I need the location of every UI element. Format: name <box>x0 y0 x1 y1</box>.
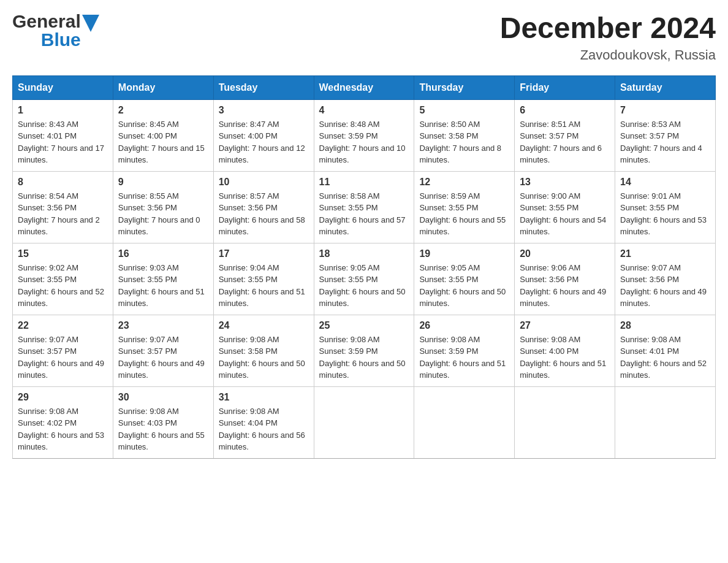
calendar-week-row: 29Sunrise: 9:08 AMSunset: 4:02 PMDayligh… <box>13 386 716 458</box>
day-info: Sunrise: 9:08 AMSunset: 3:58 PMDaylight:… <box>219 334 309 381</box>
day-number: 21 <box>620 248 710 259</box>
day-info: Sunrise: 8:53 AMSunset: 3:57 PMDaylight:… <box>620 118 710 166</box>
day-number: 17 <box>219 248 309 259</box>
day-number: 1 <box>18 105 108 116</box>
weekday-header-friday: Friday <box>515 75 615 99</box>
day-info: Sunrise: 9:02 AMSunset: 3:55 PMDaylight:… <box>18 262 108 310</box>
day-info: Sunrise: 9:00 AMSunset: 3:55 PMDaylight:… <box>520 190 610 238</box>
day-number: 25 <box>319 320 409 331</box>
calendar-cell: 28Sunrise: 9:08 AMSunset: 4:01 PMDayligh… <box>615 315 716 386</box>
day-number: 31 <box>219 392 309 403</box>
calendar-table: SundayMondayTuesdayWednesdayThursdayFrid… <box>12 75 716 459</box>
page-subtitle: Zavodoukovsk, Russia <box>500 47 716 63</box>
calendar-cell: 8Sunrise: 8:54 AMSunset: 3:56 PMDaylight… <box>13 171 113 243</box>
calendar-cell: 29Sunrise: 9:08 AMSunset: 4:02 PMDayligh… <box>13 386 113 458</box>
calendar-cell: 19Sunrise: 9:05 AMSunset: 3:55 PMDayligh… <box>414 243 515 315</box>
calendar-cell: 20Sunrise: 9:06 AMSunset: 3:56 PMDayligh… <box>515 243 615 315</box>
calendar-cell: 30Sunrise: 9:08 AMSunset: 4:03 PMDayligh… <box>113 386 213 458</box>
logo-blue: Blue <box>41 31 81 49</box>
day-info: Sunrise: 9:06 AMSunset: 3:56 PMDaylight:… <box>520 262 610 310</box>
day-number: 7 <box>620 105 710 116</box>
calendar-week-row: 8Sunrise: 8:54 AMSunset: 3:56 PMDaylight… <box>13 171 716 243</box>
day-number: 18 <box>319 248 409 259</box>
day-number: 8 <box>18 177 108 188</box>
calendar-week-row: 1Sunrise: 8:43 AMSunset: 4:01 PMDaylight… <box>13 99 716 171</box>
calendar-cell: 22Sunrise: 9:07 AMSunset: 3:57 PMDayligh… <box>13 315 113 386</box>
day-number: 20 <box>520 248 610 259</box>
calendar-cell <box>515 386 615 458</box>
calendar-header: SundayMondayTuesdayWednesdayThursdayFrid… <box>13 75 716 99</box>
day-number: 22 <box>18 320 108 331</box>
day-number: 5 <box>419 105 509 116</box>
day-info: Sunrise: 8:51 AMSunset: 3:57 PMDaylight:… <box>520 118 610 166</box>
calendar-cell: 2Sunrise: 8:45 AMSunset: 4:00 PMDaylight… <box>113 99 213 171</box>
day-number: 12 <box>419 177 509 188</box>
calendar-week-row: 15Sunrise: 9:02 AMSunset: 3:55 PMDayligh… <box>13 243 716 315</box>
day-info: Sunrise: 9:08 AMSunset: 4:02 PMDaylight:… <box>18 405 108 453</box>
calendar-cell: 7Sunrise: 8:53 AMSunset: 3:57 PMDaylight… <box>615 99 716 171</box>
page-header: General Blue December 2024 Zavodoukovsk,… <box>12 12 716 63</box>
day-info: Sunrise: 9:08 AMSunset: 4:04 PMDaylight:… <box>219 405 309 453</box>
day-number: 9 <box>118 177 208 188</box>
day-number: 19 <box>419 248 509 259</box>
calendar-cell <box>314 386 414 458</box>
day-number: 29 <box>18 392 108 403</box>
calendar-cell: 11Sunrise: 8:58 AMSunset: 3:55 PMDayligh… <box>314 171 414 243</box>
day-info: Sunrise: 9:08 AMSunset: 3:59 PMDaylight:… <box>419 334 509 381</box>
day-number: 10 <box>219 177 309 188</box>
calendar-cell: 17Sunrise: 9:04 AMSunset: 3:55 PMDayligh… <box>213 243 314 315</box>
day-number: 13 <box>520 177 610 188</box>
calendar-cell: 10Sunrise: 8:57 AMSunset: 3:56 PMDayligh… <box>213 171 314 243</box>
calendar-cell: 6Sunrise: 8:51 AMSunset: 3:57 PMDaylight… <box>515 99 615 171</box>
logo: General Blue <box>12 12 99 49</box>
day-number: 23 <box>118 320 208 331</box>
day-number: 4 <box>319 105 409 116</box>
calendar-cell: 26Sunrise: 9:08 AMSunset: 3:59 PMDayligh… <box>414 315 515 386</box>
day-number: 14 <box>620 177 710 188</box>
weekday-header-tuesday: Tuesday <box>213 75 314 99</box>
calendar-cell: 21Sunrise: 9:07 AMSunset: 3:56 PMDayligh… <box>615 243 716 315</box>
svg-marker-0 <box>82 15 99 32</box>
day-number: 26 <box>419 320 509 331</box>
day-info: Sunrise: 8:57 AMSunset: 3:56 PMDaylight:… <box>219 190 309 238</box>
calendar-cell: 24Sunrise: 9:08 AMSunset: 3:58 PMDayligh… <box>213 315 314 386</box>
day-info: Sunrise: 8:48 AMSunset: 3:59 PMDaylight:… <box>319 118 409 166</box>
day-info: Sunrise: 9:07 AMSunset: 3:57 PMDaylight:… <box>18 334 108 381</box>
calendar-cell: 14Sunrise: 9:01 AMSunset: 3:55 PMDayligh… <box>615 171 716 243</box>
calendar-cell: 12Sunrise: 8:59 AMSunset: 3:55 PMDayligh… <box>414 171 515 243</box>
calendar-cell: 27Sunrise: 9:08 AMSunset: 4:00 PMDayligh… <box>515 315 615 386</box>
calendar-cell: 31Sunrise: 9:08 AMSunset: 4:04 PMDayligh… <box>213 386 314 458</box>
calendar-cell: 16Sunrise: 9:03 AMSunset: 3:55 PMDayligh… <box>113 243 213 315</box>
calendar-cell: 9Sunrise: 8:55 AMSunset: 3:56 PMDaylight… <box>113 171 213 243</box>
day-info: Sunrise: 8:43 AMSunset: 4:01 PMDaylight:… <box>18 118 108 166</box>
day-info: Sunrise: 9:08 AMSunset: 3:59 PMDaylight:… <box>319 334 409 381</box>
day-number: 30 <box>118 392 208 403</box>
day-number: 28 <box>620 320 710 331</box>
logo-general: General <box>12 12 81 31</box>
day-number: 6 <box>520 105 610 116</box>
weekday-header-monday: Monday <box>113 75 213 99</box>
calendar-cell <box>414 386 515 458</box>
day-info: Sunrise: 8:54 AMSunset: 3:56 PMDaylight:… <box>18 190 108 238</box>
logo-arrow-icon <box>82 15 99 32</box>
calendar-cell: 15Sunrise: 9:02 AMSunset: 3:55 PMDayligh… <box>13 243 113 315</box>
day-number: 16 <box>118 248 208 259</box>
day-info: Sunrise: 9:04 AMSunset: 3:55 PMDaylight:… <box>219 262 309 310</box>
day-number: 11 <box>319 177 409 188</box>
day-number: 27 <box>520 320 610 331</box>
day-number: 3 <box>219 105 309 116</box>
day-info: Sunrise: 9:05 AMSunset: 3:55 PMDaylight:… <box>319 262 409 310</box>
day-number: 24 <box>219 320 309 331</box>
day-info: Sunrise: 9:07 AMSunset: 3:57 PMDaylight:… <box>118 334 208 381</box>
calendar-cell <box>615 386 716 458</box>
day-info: Sunrise: 9:01 AMSunset: 3:55 PMDaylight:… <box>620 190 710 238</box>
calendar-cell: 5Sunrise: 8:50 AMSunset: 3:58 PMDaylight… <box>414 99 515 171</box>
calendar-cell: 25Sunrise: 9:08 AMSunset: 3:59 PMDayligh… <box>314 315 414 386</box>
weekday-header-saturday: Saturday <box>615 75 716 99</box>
calendar-cell: 23Sunrise: 9:07 AMSunset: 3:57 PMDayligh… <box>113 315 213 386</box>
day-info: Sunrise: 8:47 AMSunset: 4:00 PMDaylight:… <box>219 118 309 166</box>
day-info: Sunrise: 9:08 AMSunset: 4:00 PMDaylight:… <box>520 334 610 381</box>
day-info: Sunrise: 9:08 AMSunset: 4:01 PMDaylight:… <box>620 334 710 381</box>
weekday-header-sunday: Sunday <box>13 75 113 99</box>
day-info: Sunrise: 8:59 AMSunset: 3:55 PMDaylight:… <box>419 190 509 238</box>
